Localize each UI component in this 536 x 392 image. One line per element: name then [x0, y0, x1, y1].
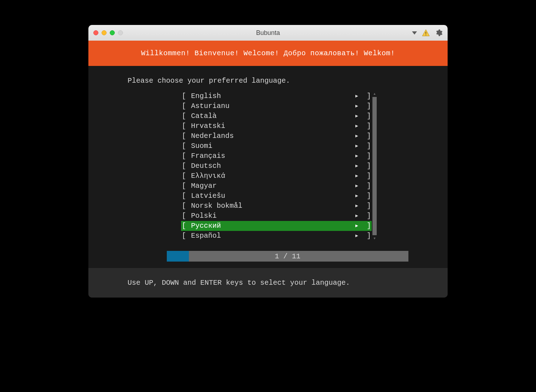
disabled-button: [118, 30, 123, 35]
language-option[interactable]: [ Ελληνικά▸ ]: [181, 171, 372, 181]
minimize-button[interactable]: [102, 30, 107, 35]
bracket-left: [: [181, 181, 191, 191]
language-label: Français: [191, 151, 225, 161]
language-option[interactable]: [ English▸ ]: [181, 91, 372, 101]
language-label: Nederlands: [191, 131, 234, 141]
submenu-triangle-icon: ▸: [352, 191, 362, 201]
bracket-left: [: [181, 151, 191, 161]
submenu-triangle-icon: ▸: [352, 131, 362, 141]
bracket-right: ]: [362, 111, 372, 121]
scroll-down-icon[interactable]: ▾: [373, 236, 376, 241]
language-option[interactable]: [ Asturianu▸ ]: [181, 101, 372, 111]
bracket-right: ]: [362, 131, 372, 141]
language-option[interactable]: [ Magyar▸ ]: [181, 181, 372, 191]
bracket-right: ]: [362, 181, 372, 191]
submenu-triangle-icon: ▸: [352, 211, 362, 221]
language-option[interactable]: [ Suomi▸ ]: [181, 141, 372, 151]
progress-fill: [167, 251, 189, 262]
bracket-right: ]: [362, 171, 372, 181]
scroll-up-icon[interactable]: ▴: [373, 91, 376, 96]
language-label: Català: [191, 111, 217, 121]
bracket-right: ]: [362, 211, 372, 221]
vm-window: Bubunta Willkommen! Bienvenue! Welcome! …: [88, 25, 448, 298]
bracket-right: ]: [362, 101, 372, 111]
language-label: Deutsch: [191, 161, 221, 171]
language-option[interactable]: [ Norsk bokmål▸ ]: [181, 201, 372, 211]
terminal-body: Please choose your preferred language. […: [88, 66, 448, 298]
bracket-left: [: [181, 231, 191, 241]
chevron-down-icon[interactable]: [412, 31, 417, 35]
prompt-text: Please choose your preferred language.: [88, 77, 448, 91]
submenu-triangle-icon: ▸: [352, 151, 362, 161]
bracket-left: [: [181, 141, 191, 151]
bracket-left: [: [181, 91, 191, 101]
bracket-left: [: [181, 191, 191, 201]
close-button[interactable]: [93, 30, 98, 35]
bracket-left: [: [181, 201, 191, 211]
language-list-area: [ English▸ ][ Asturianu▸ ][ Català▸ ][ H…: [88, 91, 448, 241]
progress-bar: 1 / 11: [167, 251, 408, 262]
language-label: English: [191, 91, 221, 101]
svg-rect-1: [426, 35, 426, 35]
bracket-left: [: [181, 121, 191, 131]
bracket-left: [: [181, 131, 191, 141]
scrollbar-track[interactable]: [372, 97, 377, 235]
language-option[interactable]: [ Español▸ ]: [181, 231, 372, 241]
language-list[interactable]: [ English▸ ][ Asturianu▸ ][ Català▸ ][ H…: [181, 91, 372, 241]
bracket-right: ]: [362, 121, 372, 131]
bracket-right: ]: [362, 141, 372, 151]
titlebar-right: [412, 29, 443, 37]
language-option[interactable]: [ Hrvatski▸ ]: [181, 121, 372, 131]
bracket-right: ]: [362, 161, 372, 171]
bracket-right: ]: [362, 221, 372, 231]
language-label: Polski: [191, 211, 217, 221]
language-label: Hrvatski: [191, 121, 225, 131]
bracket-left: [: [181, 101, 191, 111]
bracket-left: [: [181, 211, 191, 221]
titlebar: Bubunta: [88, 25, 448, 41]
progress-wrap: 1 / 11: [88, 251, 448, 262]
traffic-lights: [93, 30, 123, 35]
language-option[interactable]: [ Polski▸ ]: [181, 211, 372, 221]
bracket-right: ]: [362, 231, 372, 241]
language-option[interactable]: [ Français▸ ]: [181, 151, 372, 161]
warning-icon[interactable]: [422, 29, 430, 36]
language-label: Latviešu: [191, 191, 225, 201]
submenu-triangle-icon: ▸: [352, 91, 362, 101]
language-label: Asturianu: [191, 101, 230, 111]
svg-rect-0: [426, 32, 426, 34]
submenu-triangle-icon: ▸: [352, 231, 362, 241]
language-option[interactable]: [ Русский▸ ]: [181, 221, 372, 231]
submenu-triangle-icon: ▸: [352, 201, 362, 211]
footer-hint: Use UP, DOWN and ENTER keys to select yo…: [88, 268, 448, 298]
bracket-left: [: [181, 221, 191, 231]
submenu-triangle-icon: ▸: [352, 111, 362, 121]
bracket-right: ]: [362, 151, 372, 161]
language-option[interactable]: [ Català▸ ]: [181, 111, 372, 121]
submenu-triangle-icon: ▸: [352, 101, 362, 111]
language-option[interactable]: [ Latviešu▸ ]: [181, 191, 372, 201]
language-label: Español: [191, 231, 221, 241]
bracket-right: ]: [362, 91, 372, 101]
language-label: Русский: [191, 221, 221, 231]
bracket-right: ]: [362, 191, 372, 201]
submenu-triangle-icon: ▸: [352, 171, 362, 181]
maximize-button[interactable]: [110, 30, 115, 35]
language-label: Magyar: [191, 181, 217, 191]
gear-icon[interactable]: [435, 29, 443, 37]
language-label: Suomi: [191, 141, 212, 151]
bracket-left: [: [181, 111, 191, 121]
scrollbar[interactable]: ▴ ▾: [372, 91, 377, 241]
progress-label: 1 / 11: [275, 252, 300, 261]
bracket-right: ]: [362, 201, 372, 211]
language-option[interactable]: [ Nederlands▸ ]: [181, 131, 372, 141]
window-title: Bubunta: [88, 29, 448, 37]
bracket-left: [: [181, 161, 191, 171]
submenu-triangle-icon: ▸: [352, 161, 362, 171]
submenu-triangle-icon: ▸: [352, 141, 362, 151]
welcome-text: Willkommen! Bienvenue! Welcome! Добро по…: [141, 49, 395, 57]
bracket-left: [: [181, 171, 191, 181]
welcome-banner: Willkommen! Bienvenue! Welcome! Добро по…: [88, 41, 448, 66]
language-option[interactable]: [ Deutsch▸ ]: [181, 161, 372, 171]
submenu-triangle-icon: ▸: [352, 221, 362, 231]
